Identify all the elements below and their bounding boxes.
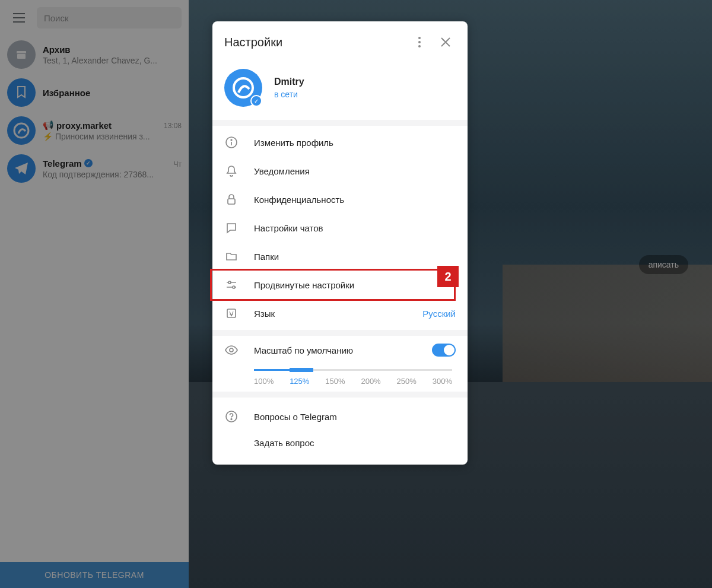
menu-faq[interactable]: Вопросы о Telegram <box>212 402 468 431</box>
shield-check-icon <box>250 95 262 107</box>
menu-edit-profile[interactable]: Изменить профиль <box>212 128 468 157</box>
scale-row: Масштаб по умолчанию <box>212 336 468 362</box>
sliders-icon <box>224 278 239 292</box>
svg-point-8 <box>231 139 232 141</box>
svg-point-15 <box>231 419 232 420</box>
menu-value: Русский <box>422 309 456 319</box>
scale-option[interactable]: 200% <box>361 377 380 386</box>
close-icon <box>441 37 450 47</box>
menu-privacy[interactable]: Конфиденциальность <box>212 185 468 214</box>
scale-labels: 100% 125% 150% 200% 250% 300% <box>254 377 452 386</box>
svg-point-6 <box>234 78 253 97</box>
folder-icon <box>224 249 239 263</box>
menu-label: Папки <box>254 252 456 262</box>
more-button[interactable] <box>409 32 430 52</box>
scale-option[interactable]: 150% <box>325 377 345 386</box>
svg-point-5 <box>418 45 421 47</box>
dots-vertical-icon <box>418 37 421 47</box>
menu-label: Уведомления <box>254 166 456 176</box>
menu-chat-settings[interactable]: Настройки чатов <box>212 214 468 242</box>
scale-option[interactable]: 100% <box>254 377 274 386</box>
question-icon <box>224 409 239 424</box>
modal-header: Настройки <box>212 21 468 61</box>
menu-folders[interactable]: Папки <box>212 242 468 271</box>
scale-option[interactable]: 300% <box>433 377 452 386</box>
scale-option[interactable]: 250% <box>397 377 417 386</box>
profile-avatar <box>224 69 262 107</box>
menu-label: Конфиденциальность <box>254 195 456 205</box>
scale-toggle[interactable] <box>432 344 456 357</box>
menu-label: Вопросы о Telegram <box>254 412 337 422</box>
profile-name: Dmitry <box>274 77 304 87</box>
footer-menu: Вопросы о Telegram Задать вопрос <box>212 398 468 465</box>
slider-track <box>254 369 452 371</box>
info-icon <box>224 135 239 150</box>
chat-icon <box>224 221 239 235</box>
scale-slider[interactable]: 100% 125% 150% 200% 250% 300% <box>212 362 468 392</box>
bell-icon <box>224 164 239 178</box>
menu-language[interactable]: Язык Русский <box>212 299 468 328</box>
close-button[interactable] <box>436 32 456 52</box>
svg-point-4 <box>418 41 421 43</box>
modal-title: Настройки <box>224 36 403 49</box>
svg-point-11 <box>233 286 235 288</box>
svg-point-3 <box>418 37 421 39</box>
profile-row[interactable]: Dmitry в сети <box>212 61 468 120</box>
svg-point-10 <box>228 281 231 284</box>
profile-status: в сети <box>274 90 304 99</box>
language-icon <box>224 306 239 320</box>
scale-option[interactable]: 125% <box>290 377 309 386</box>
slider-thumb[interactable] <box>290 368 313 372</box>
settings-modal: Настройки Dmitry в сети Изменить профиль <box>212 21 468 465</box>
menu-notifications[interactable]: Уведомления <box>212 157 468 185</box>
menu-label: Настройки чатов <box>254 223 456 233</box>
menu-advanced[interactable]: Продвинутые настройки 2 <box>212 271 468 299</box>
svg-point-13 <box>230 348 233 352</box>
settings-menu: Изменить профиль Уведомления Конфиденциа… <box>212 126 468 330</box>
lock-icon <box>224 192 239 206</box>
svg-rect-9 <box>228 199 235 204</box>
menu-label: Задать вопрос <box>254 438 314 448</box>
menu-ask[interactable]: Задать вопрос <box>212 431 468 455</box>
eye-icon <box>224 343 239 357</box>
menu-label: Продвинутые настройки <box>254 280 456 290</box>
menu-label: Язык <box>254 309 407 319</box>
menu-label: Изменить профиль <box>254 138 456 148</box>
scale-label: Масштаб по умолчанию <box>254 345 417 355</box>
